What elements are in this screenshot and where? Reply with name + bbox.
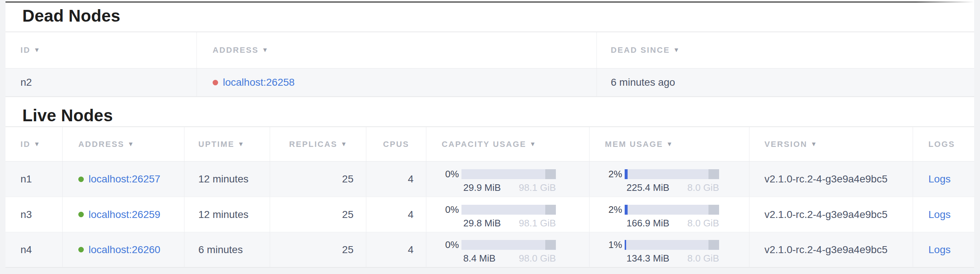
cell-text: n1 xyxy=(21,173,32,185)
node-address-link[interactable]: localhost:26259 xyxy=(89,209,160,220)
cell-text: n4 xyxy=(21,244,32,256)
usage-total-label: 8.0 GiB xyxy=(687,218,719,228)
usage-bar-box: 8.4 MiB98.0 GiB xyxy=(461,240,556,263)
usage-used-label: 134.3 MiB xyxy=(625,253,669,263)
table-row: n3localhost:2625912 minutes2540%29.8 MiB… xyxy=(5,197,974,232)
usage-total-label: 8.0 GiB xyxy=(687,182,719,193)
cell-text: v2.1.0-rc.2-4-g3e9a4e9bc5 xyxy=(764,244,888,256)
usage-bar-track xyxy=(625,169,719,179)
column-header-label: ID xyxy=(21,140,30,149)
column-header-label: DEAD SINCE xyxy=(611,45,670,55)
cell-cpus: 4 xyxy=(366,161,426,197)
column-header-label: ADDRESS xyxy=(213,45,259,55)
usage-bar-fill xyxy=(625,240,626,250)
cell-address: localhost:26258 xyxy=(197,68,597,96)
table-header-row: ID▼ADDRESS▼UPTIME▼REPLICAS▼CPUSCAPACITY … xyxy=(5,127,974,161)
column-header-label: CPUS xyxy=(383,140,409,149)
usage-percent-label: 0% xyxy=(426,169,461,193)
usage-bar-endcap xyxy=(708,205,719,215)
cell-uptime: 12 minutes xyxy=(185,197,270,232)
sort-arrow-icon: ▼ xyxy=(128,141,134,148)
column-header-dead_since[interactable]: DEAD SINCE▼ xyxy=(597,32,974,68)
column-header-label: CAPACITY USAGE xyxy=(442,140,526,149)
usage-bar-box: 134.3 MiB8.0 GiB xyxy=(625,240,719,263)
sort-arrow-icon: ▼ xyxy=(673,46,679,54)
cell-text: 4 xyxy=(408,173,414,185)
cell-address: localhost:26260 xyxy=(62,232,185,267)
table-row: n2localhost:262586 minutes ago xyxy=(5,68,974,96)
sort-arrow-icon: ▼ xyxy=(262,46,268,54)
logs-link[interactable]: Logs xyxy=(928,173,951,185)
column-header-uptime[interactable]: UPTIME▼ xyxy=(185,127,270,161)
usage-percent-label: 0% xyxy=(426,205,461,228)
cell-id: n4 xyxy=(5,232,62,267)
usage-bar-fill xyxy=(625,205,628,215)
column-header-capacity[interactable]: CAPACITY USAGE▼ xyxy=(426,127,590,161)
cell-replicas: 25 xyxy=(270,232,366,267)
cell-memory: 1%134.3 MiB8.0 GiB xyxy=(590,232,749,267)
cell-logs: Logs xyxy=(913,161,974,197)
usage-used-label: 8.4 MiB xyxy=(461,253,495,263)
usage-labels: 225.4 MiB8.0 GiB xyxy=(625,182,719,193)
content-panel: Dead Nodes ID▼ADDRESS▼DEAD SINCE▼n2local… xyxy=(5,0,974,268)
usage-used-label: 29.8 MiB xyxy=(461,218,501,228)
usage-used-label: 29.9 MiB xyxy=(461,182,501,193)
node-status-dot-icon xyxy=(213,80,218,85)
column-header-memory[interactable]: MEM USAGE▼ xyxy=(590,127,749,161)
cell-logs: Logs xyxy=(913,197,974,232)
dead-nodes-table: ID▼ADDRESS▼DEAD SINCE▼n2localhost:262586… xyxy=(5,32,974,97)
usage-total-label: 98.1 GiB xyxy=(519,182,556,193)
table-row: n4localhost:262606 minutes2540%8.4 MiB98… xyxy=(5,232,974,267)
usage-bar-track xyxy=(625,205,719,215)
usage-percent-label: 2% xyxy=(590,205,625,228)
node-address-link[interactable]: localhost:26258 xyxy=(223,76,294,88)
usage-total-label: 98.0 GiB xyxy=(519,253,556,263)
cell-uptime: 12 minutes xyxy=(185,161,270,197)
column-header-id[interactable]: ID▼ xyxy=(5,32,197,68)
usage-bar-track xyxy=(461,169,556,179)
cell-memory: 2%225.4 MiB8.0 GiB xyxy=(590,161,749,197)
column-header-version[interactable]: VERSION▼ xyxy=(749,127,913,161)
cell-version: v2.1.0-rc.2-4-g3e9a4e9bc5 xyxy=(749,232,913,267)
usage-bar-endcap xyxy=(708,169,719,179)
cell-text: n3 xyxy=(21,209,32,220)
column-header-label: ADDRESS xyxy=(78,140,124,149)
usage-bar-box: 166.9 MiB8.0 GiB xyxy=(625,205,719,228)
usage-bar-endcap xyxy=(708,240,719,250)
column-header-replicas[interactable]: REPLICAS▼ xyxy=(270,127,366,161)
dead-nodes-title: Dead Nodes xyxy=(22,6,120,25)
logs-link[interactable]: Logs xyxy=(928,209,951,220)
usage-percent-label: 2% xyxy=(590,169,625,193)
column-header-address[interactable]: ADDRESS▼ xyxy=(197,32,597,68)
usage-percent-label: 1% xyxy=(590,240,625,263)
cell-dead_since: 6 minutes ago xyxy=(597,68,974,96)
cell-text: v2.1.0-rc.2-4-g3e9a4e9bc5 xyxy=(764,173,888,185)
column-header-label: LOGS xyxy=(928,140,955,149)
capacity-usage-bar: 0%8.4 MiB98.0 GiB xyxy=(426,240,556,263)
cell-version: v2.1.0-rc.2-4-g3e9a4e9bc5 xyxy=(749,197,913,232)
sort-arrow-icon: ▼ xyxy=(341,141,347,148)
sort-arrow-icon: ▼ xyxy=(667,141,673,148)
node-status-dot-icon xyxy=(78,247,84,252)
usage-labels: 134.3 MiB8.0 GiB xyxy=(625,253,719,263)
sort-arrow-icon: ▼ xyxy=(33,141,40,148)
cell-text: 12 minutes xyxy=(198,209,248,220)
column-header-address[interactable]: ADDRESS▼ xyxy=(62,127,185,161)
column-header-label: MEM USAGE xyxy=(605,140,663,149)
cell-capacity: 0%8.4 MiB98.0 GiB xyxy=(426,232,590,267)
cell-text: 6 minutes xyxy=(198,244,243,256)
usage-bar-box: 225.4 MiB8.0 GiB xyxy=(625,169,719,193)
cell-id: n3 xyxy=(5,197,62,232)
node-address-link[interactable]: localhost:26257 xyxy=(89,173,160,185)
cell-text: 25 xyxy=(342,209,353,220)
node-address-link[interactable]: localhost:26260 xyxy=(89,244,160,256)
column-header-id[interactable]: ID▼ xyxy=(5,127,62,161)
usage-percent-label: 0% xyxy=(426,240,461,263)
usage-bar-track xyxy=(461,205,556,215)
column-header-label: ID xyxy=(21,45,30,55)
cell-text: 6 minutes ago xyxy=(611,76,675,88)
logs-link[interactable]: Logs xyxy=(928,244,951,256)
cell-id: n1 xyxy=(5,161,62,197)
cell-version: v2.1.0-rc.2-4-g3e9a4e9bc5 xyxy=(749,161,913,197)
memory-usage-bar: 2%166.9 MiB8.0 GiB xyxy=(590,205,719,228)
